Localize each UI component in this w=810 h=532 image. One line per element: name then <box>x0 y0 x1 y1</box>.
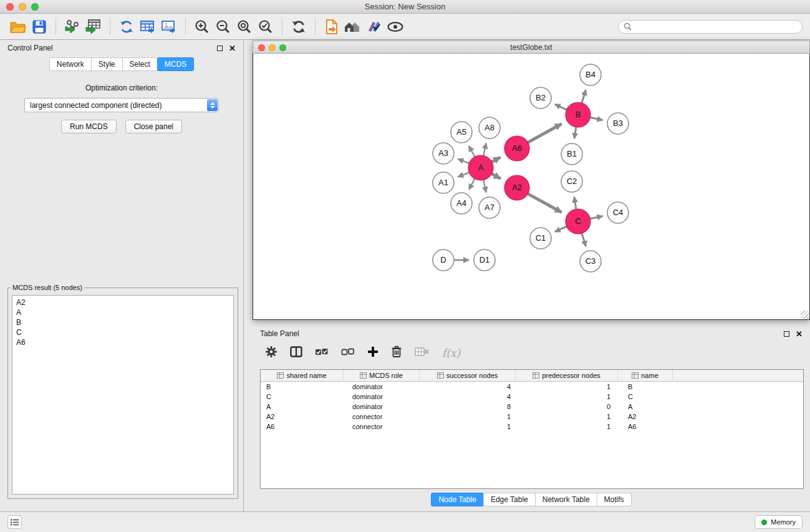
result-item[interactable]: A6 <box>16 337 229 347</box>
graph-node-D[interactable] <box>433 249 454 271</box>
zoom-network-window-button[interactable] <box>279 44 286 51</box>
graph-node-B3[interactable] <box>607 113 629 134</box>
network-graph[interactable]: B4B2BB3A5A8A6A3B1AC2A1A2A4A7C4CC1C3DD1 <box>253 54 809 319</box>
apply-layout-button[interactable] <box>288 17 309 37</box>
result-item[interactable]: A <box>16 307 229 317</box>
graph-node-A8[interactable] <box>479 117 500 138</box>
close-table-panel-icon[interactable]: ✕ <box>796 331 803 337</box>
graph-edge-A-A5[interactable] <box>469 146 475 157</box>
node-table[interactable]: shared nameMCDS rolesuccessor nodesprede… <box>260 369 804 489</box>
graph-edge-B-B4[interactable] <box>582 90 586 103</box>
validate-button[interactable] <box>364 17 385 37</box>
graph-node-B1[interactable] <box>561 143 582 165</box>
mcds-result-list[interactable]: A2ABCA6 <box>12 295 234 495</box>
delete-table-button[interactable] <box>415 347 430 359</box>
graph-edge-A-A1[interactable] <box>458 172 469 177</box>
zoom-selected-button[interactable] <box>255 17 276 37</box>
graph-node-C[interactable] <box>566 209 591 234</box>
search-input[interactable] <box>635 22 797 31</box>
graph-edge-A-A2[interactable] <box>492 174 501 179</box>
window-resize-handle[interactable] <box>801 311 809 319</box>
select-all-button[interactable] <box>315 347 329 359</box>
export-document-button[interactable] <box>321 17 342 37</box>
graph-edge-B-B2[interactable] <box>555 104 567 110</box>
graph-node-A4[interactable] <box>451 193 472 214</box>
graph-node-A5[interactable] <box>451 122 472 143</box>
import-table-button[interactable] <box>83 17 104 37</box>
tab-motifs[interactable]: Motifs <box>597 493 632 506</box>
tab-node-table[interactable]: Node Table <box>431 493 484 506</box>
graph-node-A3[interactable] <box>433 143 454 164</box>
column-header-predecessor-nodes[interactable]: predecessor nodes <box>516 370 618 381</box>
graph-edge-A-A8[interactable] <box>483 143 486 155</box>
tab-style[interactable]: Style <box>91 57 123 71</box>
graph-edge-B-B3[interactable] <box>591 117 603 120</box>
function-builder-button[interactable]: f(x) <box>442 347 460 359</box>
close-network-window-button[interactable] <box>258 44 265 51</box>
column-header-mcds-role[interactable]: MCDS role <box>344 370 420 381</box>
network-canvas[interactable]: B4B2BB3A5A8A6A3B1AC2A1A2A4A7C4CC1C3DD1 <box>253 54 810 320</box>
graph-edge-C-C1[interactable] <box>555 226 567 232</box>
delete-column-button[interactable] <box>391 346 402 360</box>
close-window-button[interactable] <box>6 3 14 11</box>
graph-edge-C-C3[interactable] <box>582 233 586 246</box>
new-network-button[interactable] <box>116 17 137 37</box>
graph-edge-A6-B[interactable] <box>528 123 562 142</box>
graph-edge-C-C4[interactable] <box>591 216 603 218</box>
task-history-button[interactable] <box>7 515 22 529</box>
graph-edge-A-A4[interactable] <box>469 179 475 190</box>
graph-node-A[interactable] <box>468 155 493 180</box>
memory-button[interactable]: Memory <box>755 515 803 529</box>
graph-edge-C-C2[interactable] <box>574 197 576 210</box>
graph-edge-A-A3[interactable] <box>458 159 469 163</box>
close-panel-button[interactable]: Close panel <box>125 120 182 133</box>
graph-node-A1[interactable] <box>433 172 454 193</box>
column-header-shared-name[interactable]: shared name <box>261 370 344 381</box>
tab-network-table[interactable]: Network Table <box>535 493 597 506</box>
tab-select[interactable]: Select <box>122 57 158 71</box>
deselect-all-button[interactable] <box>341 347 355 359</box>
search-box[interactable] <box>618 20 803 34</box>
graph-edge-A-A6[interactable] <box>492 157 501 162</box>
graph-node-A2[interactable] <box>504 175 529 200</box>
tab-network[interactable]: Network <box>49 57 92 71</box>
zoom-fit-button[interactable] <box>234 17 255 37</box>
float-table-panel-icon[interactable] <box>784 331 789 337</box>
column-header-successor-nodes[interactable]: successor nodes <box>420 370 516 381</box>
column-header-name[interactable]: name <box>618 370 673 381</box>
table-row[interactable]: Cdominator41C <box>261 392 803 402</box>
result-item[interactable]: A2 <box>16 297 229 307</box>
new-table-button[interactable] <box>137 17 158 37</box>
table-row[interactable]: Bdominator41B <box>261 382 803 392</box>
graph-node-D1[interactable] <box>474 249 495 271</box>
network-window-titlebar[interactable]: testGlobe.txt <box>253 41 810 54</box>
zoom-window-button[interactable] <box>31 3 39 11</box>
graph-node-C2[interactable] <box>561 171 582 192</box>
graph-edge-A-A7[interactable] <box>483 180 486 193</box>
zoom-in-button[interactable] <box>191 17 213 37</box>
table-row[interactable]: A2connector11A2 <box>261 412 803 422</box>
graph-node-A7[interactable] <box>479 197 500 218</box>
home-button[interactable] <box>342 17 364 37</box>
graph-node-C3[interactable] <box>580 251 601 272</box>
table-row[interactable]: Adominator80A <box>261 402 803 412</box>
graph-node-A6[interactable] <box>504 136 529 161</box>
add-column-button[interactable] <box>367 346 378 360</box>
close-panel-icon[interactable]: ✕ <box>229 46 236 51</box>
save-session-button[interactable] <box>29 17 50 37</box>
graph-node-C4[interactable] <box>607 202 629 223</box>
float-panel-icon[interactable] <box>217 46 223 51</box>
graph-node-B4[interactable] <box>580 64 601 85</box>
tab-edge-table[interactable]: Edge Table <box>483 493 536 506</box>
graph-node-B2[interactable] <box>530 87 551 109</box>
zoom-out-button[interactable] <box>213 17 234 37</box>
criterion-dropdown[interactable]: largest connected component (directed) <box>24 98 219 112</box>
graph-node-B[interactable] <box>566 102 591 127</box>
run-mcds-button[interactable]: Run MCDS <box>61 120 117 133</box>
graph-edge-B-B1[interactable] <box>574 127 576 139</box>
minimize-window-button[interactable] <box>19 3 26 11</box>
tab-mcds[interactable]: MCDS <box>157 57 194 71</box>
table-row[interactable]: A6connector11A6 <box>261 422 803 432</box>
result-item[interactable]: B <box>16 317 229 327</box>
graph-node-C1[interactable] <box>530 228 551 249</box>
